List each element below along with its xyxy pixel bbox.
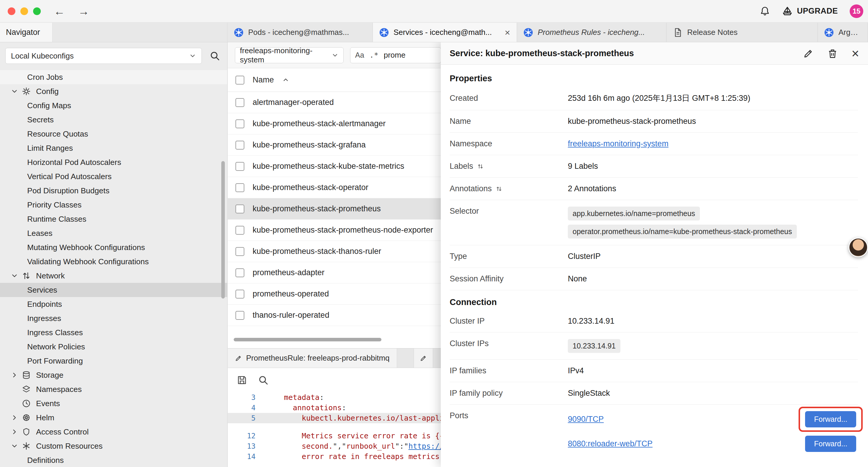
- sidebar-item-namespaces[interactable]: Namespaces: [0, 382, 227, 396]
- back-arrow-icon[interactable]: ←: [54, 6, 65, 17]
- sidebar-search-icon[interactable]: [210, 51, 220, 61]
- sidebar-item-network[interactable]: Network: [0, 269, 227, 283]
- tab-prometheus-rules-icecheng[interactable]: Prometheus Rules - icecheng...: [517, 23, 666, 42]
- chevron-right-icon[interactable]: [11, 371, 18, 379]
- close-icon[interactable]: ×: [851, 47, 859, 60]
- row-checkbox[interactable]: [236, 205, 244, 213]
- table-row-kube-prometheus-stack-kube-state-metrics[interactable]: kube-prometheus-stack-kube-state-metrics: [228, 156, 441, 177]
- minimize-window-button[interactable]: [20, 7, 28, 15]
- editor-search-icon[interactable]: [258, 375, 269, 385]
- forward-button[interactable]: Forward...: [805, 411, 856, 428]
- sidebar-item-storage[interactable]: Storage: [0, 368, 227, 382]
- forward-button[interactable]: Forward...: [805, 436, 856, 452]
- chevron-down-icon[interactable]: [11, 87, 18, 95]
- port-link-9090-tcp[interactable]: 9090/TCP: [568, 415, 604, 424]
- sidebar-item-validating-webhook-configurations[interactable]: Validating Webhook Configurations: [0, 255, 227, 269]
- bell-icon[interactable]: [760, 6, 770, 17]
- code-line-4[interactable]: 4 annotations:: [228, 403, 441, 413]
- sidebar-item-services[interactable]: Services: [0, 283, 227, 297]
- row-checkbox[interactable]: [236, 311, 244, 320]
- notification-count-badge[interactable]: 15: [850, 4, 863, 18]
- sidebar-item-limit-ranges[interactable]: Limit Ranges: [0, 141, 227, 155]
- row-checkbox[interactable]: [236, 290, 244, 298]
- sort-toggle-icon[interactable]: [477, 163, 484, 170]
- row-checkbox[interactable]: [236, 98, 244, 107]
- navigator-tab[interactable]: Navigator: [0, 23, 53, 42]
- sidebar-item-network-policies[interactable]: Network Policies: [0, 340, 227, 354]
- sidebar-item-events[interactable]: Events: [0, 396, 227, 411]
- search-input[interactable]: Aa .* prome: [350, 47, 441, 63]
- edit-pencil-icon[interactable]: [803, 48, 814, 59]
- sidebar-item-endpoints[interactable]: Endpoints: [0, 297, 227, 311]
- table-row-kube-prometheus-stack-prometheus[interactable]: kube-prometheus-stack-prometheus: [228, 198, 441, 220]
- sidebar-item-leases[interactable]: Leases: [0, 226, 227, 240]
- code-line-12[interactable]: 12 Metrics service error rate is {{ $va: [228, 431, 441, 441]
- table-row-prometheus-operated[interactable]: prometheus-operated: [228, 284, 441, 305]
- tab-services-icecheng-math[interactable]: Services - icecheng@math...×: [373, 23, 517, 42]
- row-checkbox[interactable]: [236, 141, 244, 150]
- sidebar-item-config[interactable]: Config: [0, 84, 227, 98]
- sidebar-scrollbar[interactable]: [221, 161, 225, 298]
- table-row-kube-prometheus-stack-grafana[interactable]: kube-prometheus-stack-grafana: [228, 135, 441, 156]
- table-row-kube-prometheus-stack-prometheus-node-exporter[interactable]: kube-prometheus-stack-prometheus-node-ex…: [228, 220, 441, 241]
- tab-release-notes[interactable]: Release Notes: [666, 23, 818, 42]
- chevron-down-icon[interactable]: [11, 272, 18, 280]
- avatar[interactable]: [848, 238, 868, 257]
- namespace-selector[interactable]: freeleaps-monitoring-system: [235, 47, 344, 63]
- match-case-toggle[interactable]: Aa: [355, 51, 364, 59]
- sidebar-item-ingresses[interactable]: Ingresses: [0, 311, 227, 325]
- row-checkbox[interactable]: [236, 268, 244, 277]
- sidebar-item-vertical-pod-autoscalers[interactable]: Vertical Pod Autoscalers: [0, 169, 227, 183]
- tab-argo-s[interactable]: Argo S: [818, 23, 868, 42]
- upgrade-button[interactable]: UPGRADE: [782, 6, 838, 17]
- code-line-13[interactable]: 13 second.","runbook_url":"https://net: [228, 441, 441, 451]
- sidebar-item-horizontal-pod-autoscalers[interactable]: Horizontal Pod Autoscalers: [0, 155, 227, 169]
- code-line-14[interactable]: 14 error rate in freeleaps metrics ser: [228, 451, 441, 462]
- chevron-right-icon[interactable]: [11, 414, 18, 421]
- table-row-kube-prometheus-stack-alertmanager[interactable]: kube-prometheus-stack-alertmanager: [228, 113, 441, 135]
- row-checkbox[interactable]: [236, 119, 244, 128]
- sidebar-item-priority-classes[interactable]: Priority Classes: [0, 198, 227, 212]
- select-all-checkbox[interactable]: [236, 76, 244, 85]
- sidebar-item-access-control[interactable]: Access Control: [0, 425, 227, 439]
- row-checkbox[interactable]: [236, 183, 244, 192]
- sidebar-item-helm[interactable]: Helm: [0, 411, 227, 425]
- maximize-window-button[interactable]: [33, 7, 41, 15]
- table-row-kube-prometheus-stack-operator[interactable]: kube-prometheus-stack-operator: [228, 177, 441, 198]
- code-line-5[interactable]: 5 kubectl.kubernetes.io/last-applied-con…: [228, 413, 441, 423]
- sidebar-item-ingress-classes[interactable]: Ingress Classes: [0, 325, 227, 340]
- regex-toggle[interactable]: .*: [370, 51, 378, 59]
- sidebar-item-resource-quotas[interactable]: Resource Quotas: [0, 127, 227, 141]
- sidebar-item-config-maps[interactable]: Config Maps: [0, 98, 227, 113]
- sidebar-item-custom-resources[interactable]: Custom Resources: [0, 439, 227, 453]
- sidebar-item-port-forwarding[interactable]: Port Forwarding: [0, 354, 227, 368]
- chevron-right-icon[interactable]: [11, 428, 18, 436]
- sidebar-item-pod-disruption-budgets[interactable]: Pod Disruption Budgets: [0, 183, 227, 198]
- save-icon[interactable]: [237, 375, 247, 385]
- table-row-kube-prometheus-stack-thanos-ruler[interactable]: kube-prometheus-stack-thanos-ruler: [228, 241, 441, 262]
- sort-ascending-icon[interactable]: [282, 77, 289, 84]
- sidebar-item-runtime-classes[interactable]: Runtime Classes: [0, 212, 227, 226]
- port-link-8080-reloader-web-tcp[interactable]: 8080:reloader-web/TCP: [568, 439, 653, 448]
- kubeconfig-selector[interactable]: Local Kubeconfigs: [5, 48, 202, 64]
- sidebar-item-definitions[interactable]: Definitions: [0, 453, 227, 467]
- row-checkbox[interactable]: [236, 162, 244, 171]
- sort-toggle-icon[interactable]: [495, 185, 502, 193]
- dock-tab-prometheusrule[interactable]: PrometheusRule: freeleaps-prod-rabbitmq: [228, 348, 397, 368]
- sidebar-item-cron-jobs[interactable]: Cron Jobs: [0, 70, 227, 84]
- sidebar-item-secrets[interactable]: Secrets: [0, 113, 227, 127]
- sidebar-item-mutating-webhook-configurations[interactable]: Mutating Webhook Configurations: [0, 240, 227, 255]
- horizontal-scrollbar[interactable]: [234, 338, 381, 341]
- delete-trash-icon[interactable]: [827, 48, 838, 59]
- row-checkbox[interactable]: [236, 247, 244, 256]
- code-line-3[interactable]: 3metadata:: [228, 392, 441, 403]
- chevron-down-icon[interactable]: [11, 442, 18, 450]
- tab-pods-icecheng-mathmas[interactable]: Pods - icecheng@mathmas...: [227, 23, 373, 42]
- column-header-name[interactable]: Name: [253, 76, 274, 85]
- row-checkbox[interactable]: [236, 226, 244, 235]
- table-row-prometheus-adapter[interactable]: prometheus-adapter: [228, 262, 441, 284]
- tab-close-icon[interactable]: ×: [505, 28, 510, 37]
- table-row-alertmanager-operated[interactable]: alertmanager-operated: [228, 92, 441, 113]
- yaml-editor[interactable]: 3metadata:4 annotations:5 kubectl.kubern…: [228, 392, 441, 467]
- dock-tab-partial[interactable]: [414, 348, 433, 368]
